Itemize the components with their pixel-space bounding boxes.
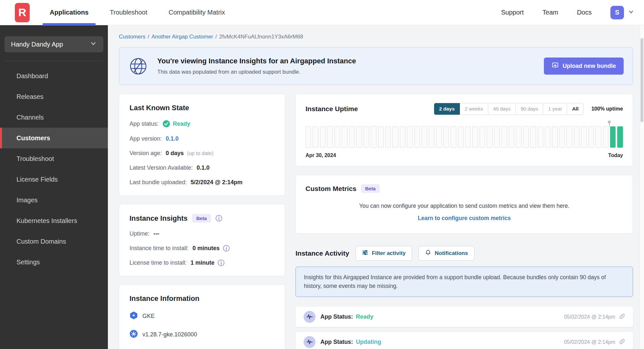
- range-2-weeks[interactable]: 2 weeks: [460, 103, 488, 115]
- uptime-bar[interactable]: [566, 126, 572, 148]
- uptime-bar[interactable]: [327, 126, 333, 148]
- uptime-bar[interactable]: [364, 126, 369, 148]
- uptime-bar[interactable]: [385, 126, 391, 148]
- nav-team[interactable]: Team: [543, 9, 558, 16]
- breadcrumb-customer-name[interactable]: Another Airgap Customer: [151, 34, 213, 40]
- uptime-bar[interactable]: [421, 126, 427, 148]
- uptime-bar[interactable]: [494, 126, 500, 148]
- info-icon[interactable]: ⓘ: [218, 259, 224, 266]
- uptime-bar[interactable]: [371, 126, 376, 148]
- filter-activity-button[interactable]: Filter activity: [356, 246, 412, 261]
- uptime-bar[interactable]: [596, 126, 601, 148]
- sidebar-item-settings[interactable]: Settings: [0, 252, 108, 272]
- uptime-bar[interactable]: [530, 126, 536, 148]
- uptime-bar[interactable]: [603, 126, 608, 148]
- uptime-bar[interactable]: [443, 126, 449, 148]
- uptime-bar[interactable]: [480, 126, 485, 148]
- version-age-note: (up to date): [187, 151, 213, 156]
- uptime-bar[interactable]: [487, 126, 492, 148]
- sidebar-item-kubernetes-installers[interactable]: Kubernetes Installers: [0, 210, 108, 231]
- activity-event-row[interactable]: App Status: Ready 05/02/2024 @ 2:14pm: [296, 307, 633, 327]
- sidebar-item-license-fields[interactable]: License Fields: [0, 169, 108, 190]
- uptime-bar[interactable]: [313, 126, 318, 148]
- nav-docs[interactable]: Docs: [577, 9, 592, 16]
- sidebar-item-custom-domains[interactable]: Custom Domains: [0, 231, 108, 252]
- uptime-bar[interactable]: [400, 126, 405, 148]
- sidebar-item-customers[interactable]: Customers: [0, 128, 108, 148]
- uptime-bar[interactable]: [516, 126, 521, 148]
- uptime-bar[interactable]: [617, 126, 623, 148]
- uptime-bar[interactable]: [552, 126, 557, 148]
- nav-support[interactable]: Support: [501, 9, 524, 16]
- uptime-bar[interactable]: [501, 126, 507, 148]
- k8s-version-row: v1.28.7-gke.1026000: [130, 330, 275, 340]
- sidebar-item-releases[interactable]: Releases: [0, 86, 108, 107]
- breadcrumb-customers[interactable]: Customers: [119, 34, 145, 40]
- uptime-bar[interactable]: [342, 126, 347, 148]
- card-title: Instance Information: [130, 294, 275, 303]
- app-version-link[interactable]: 0.1.0: [166, 135, 179, 142]
- info-icon[interactable]: ⓘ: [223, 245, 230, 252]
- uptime-bar[interactable]: [472, 126, 478, 148]
- uptime-bar[interactable]: [429, 126, 434, 148]
- replicated-logo[interactable]: R: [15, 3, 30, 22]
- event-label: App Status:: [320, 339, 353, 345]
- sidebar-divider: [5, 61, 103, 61]
- uptime-bar[interactable]: [523, 126, 529, 148]
- tab-compatibility-matrix[interactable]: Compatibility Matrix: [169, 0, 225, 25]
- instance-information-card: Instance Information GKE v1.28.7-gke.10: [119, 284, 285, 349]
- uptime-bar[interactable]: [356, 126, 362, 148]
- uptime-bar[interactable]: [581, 126, 587, 148]
- tab-applications[interactable]: Applications: [50, 0, 88, 25]
- avatar[interactable]: S: [610, 6, 624, 19]
- custom-metrics-card: Custom Metrics Beta You can now configur…: [296, 175, 633, 234]
- sidebar: Handy Dandy App Dashboard Releases Chann…: [0, 25, 108, 349]
- uptime-bar[interactable]: [559, 126, 565, 148]
- instance-uptime-card: Instance Uptime 2 days 2 weeks 45 days 9…: [296, 94, 633, 166]
- scrollbar-track[interactable]: [639, 25, 644, 349]
- tab-troubleshoot[interactable]: Troubleshoot: [110, 0, 147, 25]
- notifications-button[interactable]: Notifications: [419, 246, 474, 261]
- top-nav: R Applications Troubleshoot Compatibilit…: [0, 0, 644, 25]
- uptime-bar[interactable]: [538, 126, 543, 148]
- uptime-bar[interactable]: [306, 126, 311, 148]
- uptime-bar[interactable]: [545, 126, 550, 148]
- sidebar-item-images[interactable]: Images: [0, 190, 108, 210]
- uptime-bar[interactable]: [335, 126, 340, 148]
- uptime-bar[interactable]: [414, 126, 420, 148]
- uptime-bar[interactable]: [392, 126, 398, 148]
- range-all[interactable]: All: [567, 103, 584, 115]
- uptime-value: ---: [153, 230, 159, 237]
- info-icon[interactable]: ⓘ: [215, 215, 222, 222]
- uptime-bar[interactable]: [451, 126, 456, 148]
- uptime-bar[interactable]: [574, 126, 579, 148]
- user-menu[interactable]: S: [610, 6, 634, 19]
- link-icon[interactable]: [619, 339, 625, 346]
- uptime-bar[interactable]: [407, 126, 412, 148]
- uptime-bar[interactable]: [509, 126, 514, 148]
- app-selector-dropdown[interactable]: Handy Dandy App: [5, 36, 103, 52]
- card-title: Instance Uptime: [306, 105, 358, 113]
- range-45-days[interactable]: 45 days: [488, 103, 516, 115]
- activity-event-row[interactable]: App Status: Updating 05/02/2024 @ 2:14pm: [296, 332, 633, 349]
- sidebar-item-channels[interactable]: Channels: [0, 107, 108, 128]
- uptime-bar[interactable]: [458, 126, 463, 148]
- range-1-year[interactable]: 1 year: [543, 103, 567, 115]
- sidebar-item-troubleshoot[interactable]: Troubleshoot: [0, 148, 108, 169]
- link-icon[interactable]: [619, 313, 625, 321]
- range-2-days[interactable]: 2 days: [434, 103, 460, 115]
- uptime-bar[interactable]: [588, 126, 594, 148]
- uptime-bar[interactable]: [320, 126, 326, 148]
- check-circle-icon: [162, 120, 170, 128]
- uptime-bar[interactable]: [465, 126, 471, 148]
- scrollbar-thumb[interactable]: [640, 38, 643, 122]
- uptime-bar[interactable]: [610, 126, 616, 148]
- sidebar-item-dashboard[interactable]: Dashboard: [0, 66, 108, 86]
- configure-custom-metrics-link[interactable]: Learn to configure custom metrics: [306, 215, 623, 222]
- upload-new-bundle-button[interactable]: Upload new bundle: [544, 58, 624, 75]
- range-90-days[interactable]: 90 days: [515, 103, 543, 115]
- uptime-bar[interactable]: [349, 126, 355, 148]
- uptime-bar[interactable]: [436, 126, 441, 148]
- uptime-bar[interactable]: [378, 126, 384, 148]
- breadcrumb: Customers/Another Airgap Customer/2fvMcK…: [119, 34, 633, 40]
